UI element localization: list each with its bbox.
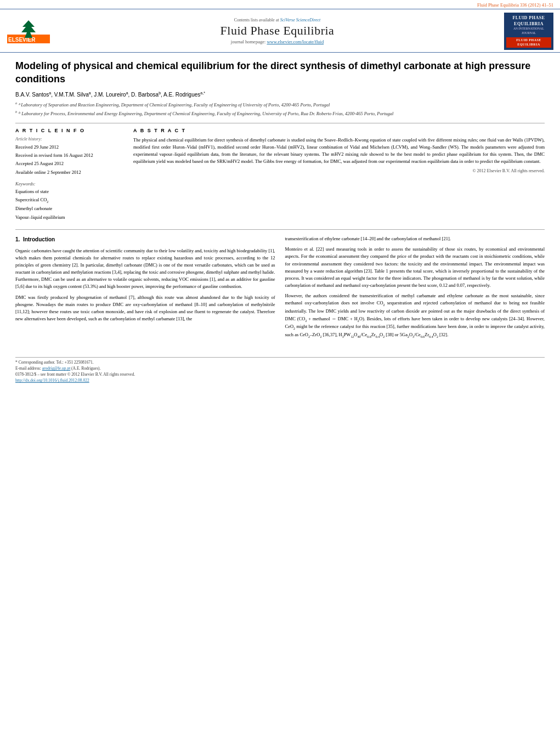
main-content: Modeling of physical and chemical equili… xyxy=(0,53,560,350)
footer-area: * Corresponding author. Tel.: +351 22508… xyxy=(15,357,545,383)
article-info-panel: A R T I C L E I N F O Article history: R… xyxy=(15,128,122,222)
fp-logo-subtitle: AN INTERNATIONAL JOURNAL xyxy=(506,27,551,35)
right-para-3: However, the authors considered the tran… xyxy=(285,292,545,340)
divider-1 xyxy=(15,123,545,123)
right-para-1: transesterification of ethylene carbonat… xyxy=(285,235,545,242)
email-link[interactable]: arodrig@fe.up.pt xyxy=(42,366,70,371)
sciverse-line: Contents lists available at SciVerse Sci… xyxy=(56,18,499,22)
keywords-label: Keywords: xyxy=(15,181,122,186)
body-column-right: transesterification of ethylene carbonat… xyxy=(285,235,545,343)
issn-text: 0378-3812/$ – see front matter © 2012 El… xyxy=(15,372,135,377)
elsevier-logo: ELSEVIER xyxy=(7,19,50,43)
article-info-header: A R T I C L E I N F O xyxy=(15,128,122,133)
journal-citation-bar: Fluid Phase Equilibria 336 (2012) 41–51 xyxy=(0,0,560,9)
body-columns: 1. Introduction Organic carbonates have … xyxy=(15,235,545,343)
keyword-1: Equations of state xyxy=(15,188,122,196)
keyword-2: Supercritical CO2 xyxy=(15,196,122,205)
section-number: 1. xyxy=(15,236,20,242)
right-para-2: Monteiro et al. [22] used measuring tool… xyxy=(285,246,545,289)
keywords-section: Keywords: Equations of state Supercritic… xyxy=(15,181,122,222)
received-date: Received 29 June 2012 xyxy=(15,143,122,151)
fp-logo-title: FLUID PHASEEQUILIBRIA xyxy=(506,15,551,27)
keyword-3: Dimethyl carbonate xyxy=(15,205,122,213)
journal-citation: Fluid Phase Equilibria 336 (2012) 41–51 xyxy=(477,2,553,8)
corresponding-author-note: * Corresponding author. Tel.: +351 22508… xyxy=(15,360,545,365)
email-label: E-mail address: xyxy=(15,366,41,371)
doi-text: http://dx.doi.org/10.1016/j.fluid.2012.0… xyxy=(15,378,89,383)
available-online-date: Available online 2 September 2012 xyxy=(15,168,122,177)
intro-para-2: DMC was firstly produced by phosgenation… xyxy=(15,294,275,323)
intro-para-1: Organic carbonates have caught the atten… xyxy=(15,247,275,291)
abstract-section: A B S T R A C T The physical and chemica… xyxy=(133,128,545,222)
abstract-text: The physical and chemical equilibrium fo… xyxy=(133,137,545,166)
journal-title-block: Contents lists available at SciVerse Sci… xyxy=(56,18,499,44)
received-revised-date: Received in revised form 16 August 2012 xyxy=(15,151,122,160)
affiliations: a ᵃ Laboratory of Separation and Reactio… xyxy=(15,101,545,117)
issn-note: 0378-3812/$ – see front matter © 2012 El… xyxy=(15,372,545,377)
article-history-label: Article history: xyxy=(15,137,122,142)
abstract-header: A B S T R A C T xyxy=(133,128,545,133)
copyright-line: © 2012 Elsevier B.V. All rights reserved… xyxy=(133,168,545,173)
fp-red-bar: FLUID PHASEEQUILIBRIA xyxy=(506,37,551,48)
affiliation-a: a ᵃ Laboratory of Separation and Reactio… xyxy=(15,101,545,109)
paper-title: Modeling of physical and chemical equili… xyxy=(15,59,545,86)
info-abstract-section: A R T I C L E I N F O Article history: R… xyxy=(15,128,545,222)
fluid-phase-logo-box: FLUID PHASEEQUILIBRIA AN INTERNATIONAL J… xyxy=(504,13,553,50)
keyword-4: Vapour–liquid equilibrium xyxy=(15,213,122,222)
keywords-list: Equations of state Supercritical CO2 Dim… xyxy=(15,188,122,222)
journal-homepage: journal homepage: www.elsevier.com/locat… xyxy=(56,39,499,44)
doi-link[interactable]: http://dx.doi.org/10.1016/j.fluid.2012.0… xyxy=(15,378,89,383)
accepted-date: Accepted 25 August 2012 xyxy=(15,160,122,168)
doi-note: http://dx.doi.org/10.1016/j.fluid.2012.0… xyxy=(15,378,545,383)
affiliation-b: b ᵇ Laboratory for Process, Environmenta… xyxy=(15,110,545,117)
journal-header: ELSEVIER Contents lists available at Sci… xyxy=(0,9,560,53)
journal-homepage-link[interactable]: www.elsevier.com/locate/fluid xyxy=(267,39,324,44)
section-1-heading: 1. Introduction xyxy=(15,235,275,244)
corresponding-note-text: * Corresponding author. Tel.: +351 22508… xyxy=(15,360,94,365)
email-suffix: (A.E. Rodrigues). xyxy=(71,366,100,371)
authors-line: B.A.V. Santosa, V.M.T.M. Silvaa, J.M. Lo… xyxy=(15,91,545,98)
article-dates: Received 29 June 2012 Received in revise… xyxy=(15,143,122,177)
sciverse-link[interactable]: SciVerse ScienceDirect xyxy=(280,18,321,22)
journal-main-title: Fluid Phase Equilibria xyxy=(56,24,499,38)
divider-2 xyxy=(15,229,545,230)
body-column-left: 1. Introduction Organic carbonates have … xyxy=(15,235,275,343)
email-note: E-mail address: arodrig@fe.up.pt (A.E. R… xyxy=(15,366,545,371)
